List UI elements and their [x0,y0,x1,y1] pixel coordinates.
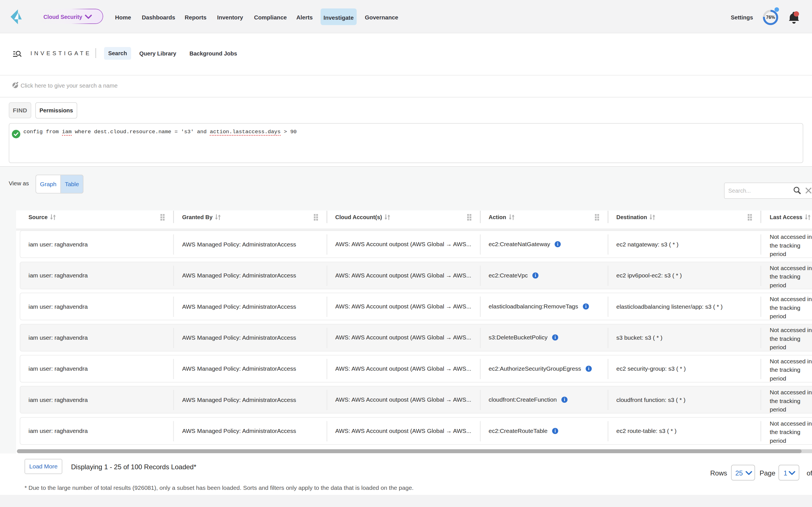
svg-text:i: i [564,397,565,402]
svg-text:i: i [585,304,587,309]
svg-text:i: i [555,429,556,433]
svg-text:i: i [588,366,590,371]
svg-text:i: i [557,242,559,247]
svg-text:i: i [555,335,556,340]
svg-text:i: i [535,273,536,278]
